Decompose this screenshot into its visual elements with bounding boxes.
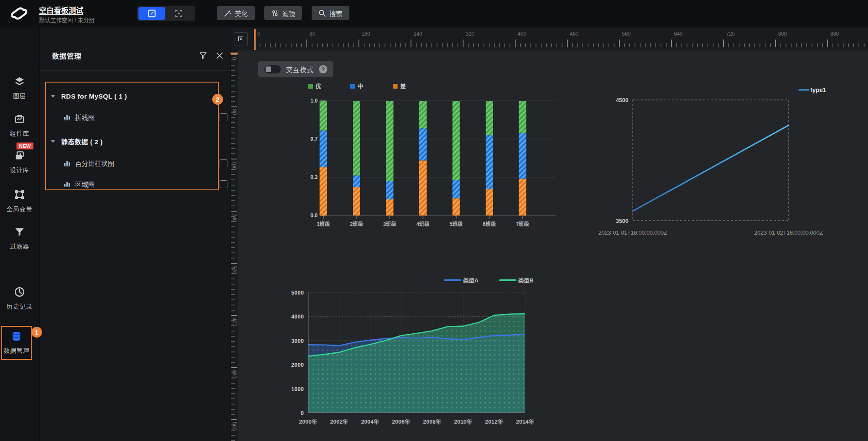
ruler-h-major-tick (463, 40, 464, 47)
svg-text:2012年: 2012年 (485, 418, 503, 425)
tree-item-label: 百分比柱状图 (75, 159, 114, 168)
interact-mode-control: 交互模式 ? (258, 61, 333, 77)
horizontal-ruler: 080160240320400480560640720800880 (251, 27, 868, 50)
bar-chart-icon (63, 159, 71, 167)
sidebar-item-label: 组件库 (10, 129, 30, 137)
svg-text:2000年: 2000年 (299, 418, 317, 425)
caret-down-icon[interactable] (50, 140, 56, 143)
dataset-checkbox[interactable] (220, 180, 227, 188)
ruler-settings-button[interactable] (234, 32, 248, 46)
dataset-checkbox[interactable] (220, 113, 227, 121)
panel-filter-icon[interactable] (199, 51, 207, 60)
svg-text:4班级: 4班级 (416, 221, 430, 227)
canvas-stage[interactable]: 交互模式 ? 优 中 差1.00.70.30.01班级2班级3班级4班级5班级6… (238, 50, 868, 441)
ruler-h-major-tick (827, 40, 828, 47)
svg-text:5班级: 5班级 (450, 221, 463, 227)
sidebar-item-layers[interactable]: 图层 (0, 76, 39, 100)
filter-effects-button[interactable]: 滤镜 (264, 6, 302, 20)
svg-text:4000: 4000 (291, 313, 304, 320)
ruler-v-major-tick (231, 263, 237, 264)
panel-divider (39, 70, 230, 71)
tree-dataset-item[interactable]: 区域图 (46, 177, 235, 190)
ruler-h-label: 640 (674, 31, 683, 37)
svg-text:2010年: 2010年 (454, 418, 472, 425)
step-badge-1: 1 (31, 327, 42, 338)
app-logo-icon[interactable] (8, 4, 30, 23)
ruler-v-label: 560 (231, 422, 237, 431)
svg-text:差: 差 (400, 83, 406, 90)
ruler-v-major-tick (231, 211, 237, 212)
sidebar-item-label: 设计库 (10, 165, 30, 174)
help-icon[interactable]: ? (319, 65, 327, 73)
data-icon (11, 330, 22, 342)
panel-close-icon[interactable] (215, 51, 224, 60)
svg-text:5000: 5000 (291, 289, 304, 296)
tree-group-label: RDS for MySQL ( 1 ) (61, 93, 127, 100)
svg-text:优: 优 (316, 83, 321, 90)
dataset-checkbox[interactable] (220, 159, 227, 167)
sidebar-item-history[interactable]: 历史记录 (0, 286, 39, 310)
tree-group[interactable]: 静态数据 ( 2 ) (46, 135, 218, 148)
ruler-v-label: 320 (231, 265, 237, 274)
search-label: 搜索 (329, 9, 342, 18)
panel-title: 数据管理 (52, 50, 82, 61)
ruler-h-major-tick (254, 40, 255, 47)
svg-text:type1: type1 (810, 86, 826, 93)
ruler-v-label: 0 (231, 57, 237, 60)
search-icon (319, 10, 326, 17)
beautify-label: 美化 (235, 9, 248, 18)
svg-text:1班级: 1班级 (317, 221, 330, 227)
svg-text:3班级: 3班级 (383, 221, 397, 227)
ruler-v-major-tick (231, 315, 237, 316)
sidebar-item-design[interactable]: 设计库NEW (0, 149, 39, 174)
tree-dataset-item[interactable]: 折线图 (46, 110, 235, 123)
svg-text:1000: 1000 (291, 386, 304, 392)
ruler-v-label: 240 (231, 213, 237, 222)
ruler-h-major-tick (671, 40, 672, 47)
toggle-knob (266, 66, 271, 72)
data-management-panel: 数据管理 RDS for MySQL ( 1 )2 折线图 静态数据 ( 2 )… (39, 27, 230, 441)
sidebar-item-variables[interactable]: 全局变量 (0, 189, 39, 213)
ruler-h-major-tick (411, 40, 411, 47)
svg-text:2023-01-01T16:00:00.000Z: 2023-01-01T16:00:00.000Z (598, 229, 667, 236)
ruler-h-label: 400 (518, 31, 526, 37)
area-chart[interactable]: 5000400030002000100002000年2002年2004年2006… (278, 272, 560, 437)
sidebar-item-components[interactable]: 组件库 (0, 113, 39, 137)
percent-stacked-bar-chart[interactable]: 优 中 差1.00.70.30.01班级2班级3班级4班级5班级6班级7班级 (299, 80, 560, 237)
mode-switch (137, 6, 195, 21)
ruler-h-label: 160 (362, 31, 370, 37)
ruler-guide-icon (237, 35, 245, 43)
sidebar-item-label: 过滤器 (10, 242, 30, 250)
ruler-h-major-tick (358, 40, 359, 47)
svg-text:2014年: 2014年 (516, 418, 534, 425)
svg-text:中: 中 (358, 83, 363, 90)
filters-icon (14, 226, 25, 238)
svg-text:2023-01-02T16:00:00.000Z: 2023-01-02T16:00:00.000Z (754, 229, 823, 236)
components-icon (14, 113, 25, 125)
tree-item-label: 区域图 (75, 179, 95, 189)
new-badge: NEW (16, 143, 33, 149)
ruler-h-label: 0 (257, 31, 260, 37)
svg-text:1.0: 1.0 (310, 98, 318, 104)
bar-chart-icon (63, 113, 71, 121)
svg-text:2006年: 2006年 (392, 418, 410, 425)
tree-dataset-item[interactable]: 百分比柱状图 (46, 156, 235, 169)
edit-mode-button[interactable] (138, 7, 165, 20)
tree-group[interactable]: RDS for MySQL ( 1 )2 (46, 90, 218, 103)
magic-wand-icon (224, 10, 231, 17)
caret-down-icon[interactable] (50, 95, 56, 98)
dashboard-title[interactable]: 空白看板测试 (39, 4, 83, 15)
edit-icon (148, 9, 156, 18)
sidebar-item-label: 数据管理 (3, 346, 30, 355)
interact-mode-toggle[interactable] (264, 65, 281, 73)
sidebar-item-data[interactable]: 数据管理1 (1, 326, 32, 360)
sidebar-item-filters[interactable]: 过滤器 (0, 226, 39, 250)
svg-text:0: 0 (301, 410, 304, 416)
interact-mode-label: 交互模式 (286, 65, 314, 74)
svg-text:2000: 2000 (291, 361, 304, 368)
left-sidebar: 图层 组件库 设计库NEW 全局变量 过滤器 历史记录 数据管理1 (0, 27, 39, 441)
search-button[interactable]: 搜索 (312, 6, 349, 20)
beautify-button[interactable]: 美化 (217, 6, 255, 20)
preview-mode-button[interactable] (165, 7, 192, 20)
line-chart[interactable]: 4500 3500 type1 2023-01-01T16:00:00.000Z… (582, 65, 859, 239)
